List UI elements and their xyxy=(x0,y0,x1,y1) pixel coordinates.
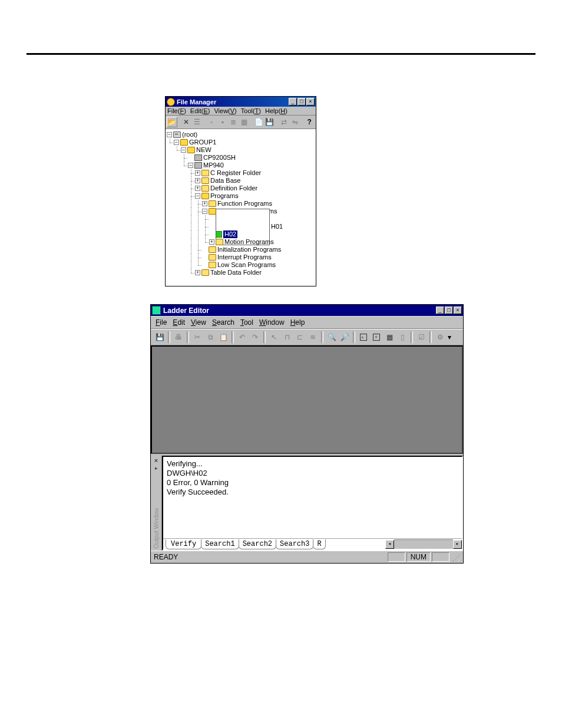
tree-group1[interactable]: −GROUP1 xyxy=(167,139,315,146)
toolbar-paste[interactable]: 📋 xyxy=(217,331,230,344)
menu-view[interactable]: View(V) xyxy=(214,107,236,114)
app-icon xyxy=(152,306,161,315)
file-manager-window: File Manager _ □ × File(F) Edit(E) View(… xyxy=(165,96,316,286)
tab-more[interactable]: R xyxy=(313,539,325,549)
toolbar-cut[interactable]: ✂ xyxy=(191,331,204,344)
toolbar-small-icons[interactable]: ▪ xyxy=(217,117,228,127)
maximize-button[interactable]: □ xyxy=(297,98,306,106)
resize-grip[interactable] xyxy=(451,552,460,562)
tab-search1[interactable]: Search1 xyxy=(201,539,239,549)
toolbar-folder-up[interactable]: 📂 xyxy=(167,117,177,127)
menu-file[interactable]: File(F) xyxy=(167,107,186,114)
toolbar-delete[interactable]: ✕ xyxy=(181,117,191,127)
output-body: Verifying... DWGH\H02 0 Error, 0 Warning… xyxy=(162,456,463,551)
toolbar-contact[interactable]: ⊏ xyxy=(293,331,306,344)
device-icon xyxy=(194,162,202,169)
file-manager-tree: −(root) −GROUP1 −NEW CP9200SH −MP940 +C … xyxy=(166,129,316,286)
file-manager-toolbar: 📂 ✕ ☰ ▫ ▪ ≣ ▦ 📄 💾 ⇄ ⇋ ? xyxy=(166,116,316,129)
up-arrow-icon xyxy=(360,334,367,341)
file-manager-title: File Manager xyxy=(177,98,288,106)
tree-definition-folder[interactable]: +Definition Folder xyxy=(167,185,315,192)
tab-search3[interactable]: Search3 xyxy=(276,539,313,549)
toolbar-large-icons[interactable]: ▫ xyxy=(206,117,217,127)
toolbar-save[interactable]: 💾 xyxy=(153,331,166,344)
output-tabs: Verify Search1 Search2 Search3 R ◂ ▸ xyxy=(163,538,462,549)
ladder-editor-window: Ladder Editor _ □ × File Edit View Searc… xyxy=(150,304,464,564)
tab-verify[interactable]: Verify xyxy=(166,539,201,549)
toolbar-properties[interactable]: ☰ xyxy=(192,117,203,127)
menu-edit[interactable]: Edit(E) xyxy=(190,107,210,114)
toolbar-options[interactable]: ⚙ xyxy=(434,331,447,344)
ladder-editor-toolbar: 💾 🖶 ✂ ⧉ 📋 ↶ ↷ ↖ ⊓ ⊏ ≋ 🔍 🔎 ▦ ▯ ☑ xyxy=(151,329,463,345)
tree-mp940[interactable]: −MP940 xyxy=(167,162,315,169)
toolbar-open[interactable]: 📄 xyxy=(254,117,265,127)
menu-view[interactable]: View xyxy=(191,318,206,327)
tree-table-data-folder[interactable]: +Table Data Folder xyxy=(167,269,315,276)
toolbar-rung[interactable]: ⊓ xyxy=(280,331,293,344)
folder-icon xyxy=(201,269,209,276)
toolbar-undo[interactable]: ↶ xyxy=(236,331,249,344)
toolbar-panel[interactable]: ▯ xyxy=(396,331,409,344)
menu-tool[interactable]: Tool(T) xyxy=(241,107,261,114)
toolbar-overflow[interactable]: ▾ xyxy=(447,333,452,341)
toolbar-redo[interactable]: ↷ xyxy=(249,331,262,344)
toolbar-find[interactable]: 🔍 xyxy=(325,331,338,344)
tab-search2[interactable]: Search2 xyxy=(239,539,276,549)
folder-icon xyxy=(201,193,209,199)
section-rule xyxy=(27,53,535,55)
tree-cp9200sh[interactable]: CP9200SH xyxy=(167,154,315,162)
toolbar-help[interactable]: ? xyxy=(304,117,315,127)
tree-database[interactable]: +Data Base xyxy=(167,177,315,185)
toolbar-box-up[interactable] xyxy=(357,331,370,344)
toolbar-details[interactable]: ▦ xyxy=(239,117,250,127)
toolbar-grid[interactable]: ▦ xyxy=(383,331,396,344)
toolbar-check[interactable]: ☑ xyxy=(415,331,428,344)
output-pin-button[interactable]: ▸ xyxy=(155,465,158,471)
minimize-button[interactable]: _ xyxy=(436,307,444,314)
ladder-editor-workspace[interactable] xyxy=(151,345,463,454)
close-button[interactable]: × xyxy=(306,98,315,106)
menu-search[interactable]: Search xyxy=(212,318,234,327)
menu-help[interactable]: Help xyxy=(290,318,305,327)
output-close-button[interactable]: × xyxy=(154,457,158,464)
toolbar-save[interactable]: 💾 xyxy=(265,117,275,127)
maximize-button[interactable]: □ xyxy=(445,307,453,314)
menu-tool[interactable]: Tool xyxy=(240,318,253,327)
tree-cregister[interactable]: +C Register Folder xyxy=(167,169,315,177)
toolbar-box-star[interactable] xyxy=(370,331,383,344)
scrollbar-track[interactable] xyxy=(394,539,453,549)
toolbar-print[interactable]: 🖶 xyxy=(172,331,185,344)
toolbar-disconnect[interactable]: ⇋ xyxy=(290,117,300,127)
menu-window[interactable]: Window xyxy=(259,318,285,327)
toolbar-pointer[interactable]: ↖ xyxy=(267,331,280,344)
ladder-editor-statusbar: READY NUM xyxy=(151,551,463,563)
tree-motion-programs[interactable]: +Motion Programs xyxy=(167,238,315,246)
menu-edit[interactable]: Edit xyxy=(173,318,185,327)
file-manager-titlebar[interactable]: File Manager _ □ × xyxy=(166,97,316,107)
ladder-editor-titlebar[interactable]: Ladder Editor _ □ × xyxy=(151,305,463,316)
folder-icon xyxy=(180,139,188,146)
minimize-button[interactable]: _ xyxy=(289,98,297,106)
tree-programs[interactable]: −Programs xyxy=(167,192,315,200)
toolbar-list[interactable]: ≣ xyxy=(229,117,239,127)
tree-function-programs[interactable]: +Function Programs xyxy=(167,200,315,207)
menu-file[interactable]: File xyxy=(156,318,167,327)
toolbar-copy[interactable]: ⧉ xyxy=(204,331,217,344)
tree-initialization-programs[interactable]: Initialization Programs xyxy=(167,246,315,253)
folder-icon xyxy=(201,177,209,184)
folder-icon xyxy=(209,246,216,253)
toolbar-coil[interactable]: ≋ xyxy=(306,331,319,344)
tree-new[interactable]: −NEW xyxy=(167,146,315,154)
device-icon xyxy=(194,154,202,161)
close-button[interactable]: × xyxy=(454,307,462,314)
tree-h01[interactable]: H01 xyxy=(167,223,315,230)
tree-root[interactable]: −(root) xyxy=(167,131,315,139)
menu-help[interactable]: Help(H) xyxy=(265,107,287,114)
folder-icon xyxy=(209,254,216,261)
tree-low-scan-programs[interactable]: Low Scan Programs xyxy=(167,261,315,269)
toolbar-zoom[interactable]: 🔎 xyxy=(338,331,351,344)
toolbar-connect[interactable]: ⇄ xyxy=(279,117,290,127)
tree-interrupt-programs[interactable]: Interrupt Programs xyxy=(167,253,315,261)
scroll-right-button[interactable]: ▸ xyxy=(453,540,462,549)
scroll-left-button[interactable]: ◂ xyxy=(385,540,394,549)
